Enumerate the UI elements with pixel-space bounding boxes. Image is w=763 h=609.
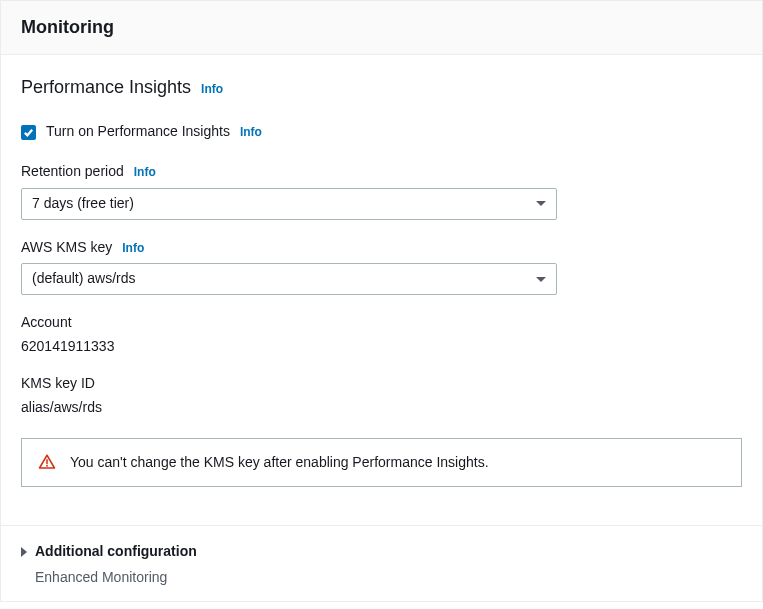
panel-header: Monitoring (1, 1, 762, 55)
performance-insights-info-link[interactable]: Info (201, 81, 223, 98)
kms-warning-alert: You can't change the KMS key after enabl… (21, 438, 742, 488)
chevron-right-icon (21, 547, 27, 557)
section-title: Performance Insights (21, 75, 191, 100)
monitoring-panel: Monitoring Performance Insights Info Tur… (0, 0, 763, 602)
kms-label: AWS KMS key (21, 238, 112, 258)
account-label: Account (21, 313, 742, 333)
retention-select[interactable]: 7 days (free tier) (21, 188, 557, 220)
caret-down-icon (536, 201, 546, 206)
kms-warning-text: You can't change the KMS key after enabl… (70, 453, 489, 473)
kms-field: AWS KMS key Info (default) aws/rds (21, 238, 742, 296)
additional-config-toggle[interactable]: Additional configuration (21, 542, 742, 562)
caret-down-icon (536, 277, 546, 282)
retention-info-link[interactable]: Info (134, 164, 156, 181)
svg-point-1 (46, 465, 48, 467)
warning-triangle-icon (38, 453, 56, 471)
kms-select[interactable]: (default) aws/rds (21, 263, 557, 295)
retention-label: Retention period (21, 162, 124, 182)
additional-config-block: Additional configuration Enhanced Monito… (1, 526, 762, 601)
kms-label-row: AWS KMS key Info (21, 238, 742, 258)
section-title-row: Performance Insights Info (21, 75, 742, 100)
turn-on-pi-info-link[interactable]: Info (240, 124, 262, 141)
pi-checkbox-row: Turn on Performance Insights Info (21, 122, 742, 142)
panel-body: Performance Insights Info Turn on Perfor… (1, 55, 762, 507)
checkmark-icon (23, 127, 34, 138)
additional-config-title: Additional configuration (35, 542, 197, 562)
kms-key-id-value: alias/aws/rds (21, 398, 742, 418)
retention-field: Retention period Info 7 days (free tier) (21, 162, 742, 220)
turn-on-pi-checkbox[interactable] (21, 125, 36, 140)
kms-select-value: (default) aws/rds (32, 269, 135, 289)
panel-title: Monitoring (21, 15, 742, 40)
retention-select-value: 7 days (free tier) (32, 194, 134, 214)
kms-key-id-field: KMS key ID alias/aws/rds (21, 374, 742, 417)
account-value: 620141911333 (21, 337, 742, 357)
kms-key-id-label: KMS key ID (21, 374, 742, 394)
retention-label-row: Retention period Info (21, 162, 742, 182)
turn-on-pi-label: Turn on Performance Insights (46, 122, 230, 142)
kms-info-link[interactable]: Info (122, 240, 144, 257)
account-field: Account 620141911333 (21, 313, 742, 356)
additional-config-sub: Enhanced Monitoring (35, 568, 742, 588)
